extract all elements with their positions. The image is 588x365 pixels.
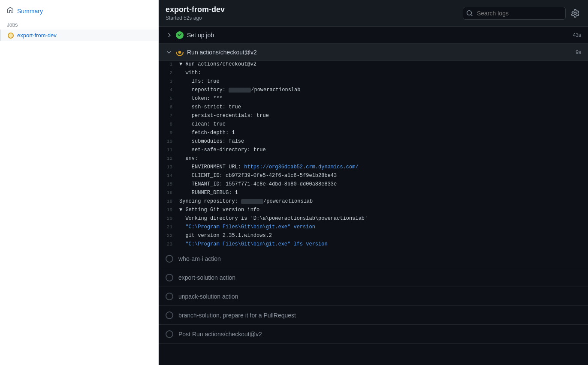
main-log-area: export-from-dev Started 52s ago [159, 0, 588, 365]
step-branch-solution[interactable]: branch-solution, prepare it for a PullRe… [159, 306, 588, 325]
log-line[interactable]: 1 ▼ Run actions/checkout@v2 [159, 61, 588, 69]
step-pending-icon [166, 293, 173, 300]
log-line[interactable]: 7 persist-credentials: true [159, 112, 588, 121]
log-line[interactable]: 19 ▼ Getting Git version info [159, 206, 588, 215]
step-pending-icon [166, 274, 173, 281]
search-icon [466, 10, 473, 17]
step-checkout-header[interactable]: Run actions/checkout@v2 9s [159, 44, 588, 61]
gear-icon [571, 9, 579, 18]
log-line[interactable]: 14 CLIENT_ID: db972f39-0fe5-42f6-a1c6-5f… [159, 172, 588, 181]
log-line[interactable]: 20 Working directory is 'D:\a\poweractio… [159, 215, 588, 224]
step-post-run-label: Post Run actions/checkout@v2 [178, 331, 262, 338]
step-branch-solution-label: branch-solution, prepare it for a PullRe… [178, 312, 296, 319]
search-wrapper [463, 7, 566, 20]
step-setup-job[interactable]: Set up job 43s [159, 27, 588, 44]
log-line[interactable]: 23 "C:\Program Files\Git\bin\git.exe" lf… [159, 241, 588, 249]
home-icon [7, 7, 14, 15]
env-url-link[interactable]: https://org36dcab52.crm.dynamics.com/ [244, 164, 358, 170]
step-post-run[interactable]: Post Run actions/checkout@v2 [159, 325, 588, 344]
job-status-spinner [8, 33, 14, 39]
log-line[interactable]: 21 "C:\Program Files\Git\bin\git.exe" ve… [159, 224, 588, 232]
job-name-label: export-from-dev [17, 32, 57, 39]
search-logs-input[interactable] [463, 7, 566, 20]
step-unpack-solution[interactable]: unpack-solution action [159, 287, 588, 306]
svg-point-1 [178, 51, 181, 54]
log-line[interactable]: 11 set-safe-directory: true [159, 147, 588, 155]
step-who-am-i[interactable]: who-am-i action [159, 249, 588, 268]
step-setup-job-time: 43s [573, 32, 581, 38]
log-line[interactable]: 8 clean: true [159, 121, 588, 129]
sidebar-job-item[interactable]: export-from-dev [0, 30, 158, 41]
step-export-solution-label: export-solution action [178, 274, 235, 281]
step-success-icon [176, 31, 184, 39]
log-header: export-from-dev Started 52s ago [159, 0, 588, 27]
settings-button[interactable] [569, 7, 581, 19]
log-line[interactable]: 5 token: *** [159, 95, 588, 104]
log-lines-container: 1 ▼ Run actions/checkout@v2 2 with: 3 lf… [159, 61, 588, 249]
log-line[interactable]: 13 ENVIRONMENT_URL: https://org36dcab52.… [159, 164, 588, 172]
chevron-right-icon [166, 32, 172, 39]
log-job-subtitle: Started 52s ago [166, 15, 225, 21]
step-setup-job-name: Set up job [187, 32, 570, 39]
log-line[interactable]: 10 submodules: false [159, 138, 588, 147]
step-checkout-name: Run actions/checkout@v2 [187, 49, 572, 56]
summary-label: Summary [17, 8, 43, 15]
log-line[interactable]: 3 lfs: true [159, 78, 588, 87]
log-line[interactable]: 9 fetch-depth: 1 [159, 129, 588, 138]
log-line[interactable]: 4 repository: ████████/poweractionslab [159, 87, 588, 95]
step-unpack-solution-label: unpack-solution action [178, 293, 238, 300]
log-content[interactable]: Set up job 43s Run actions/checkout@v2 9… [159, 27, 588, 365]
step-export-solution[interactable]: export-solution action [159, 268, 588, 287]
log-line[interactable]: 2 with: [159, 69, 588, 78]
step-checkout-time: 9s [576, 49, 581, 55]
step-pending-icon [166, 255, 173, 263]
log-line[interactable]: 16 RUNNER_DEBUG: 1 [159, 189, 588, 198]
log-job-title: export-from-dev [166, 5, 225, 14]
step-pending-icon [166, 330, 173, 338]
log-line[interactable]: 18 Syncing repository: ████████/poweract… [159, 198, 588, 206]
step-pending-icon [166, 311, 173, 319]
step-who-am-i-label: who-am-i action [178, 255, 221, 262]
log-line[interactable]: 15 TENANT_ID: 1557f771-4c8e-4dbd-8b80-dd… [159, 181, 588, 189]
log-line[interactable]: 12 env: [159, 155, 588, 164]
sidebar-summary-link[interactable]: Summary [0, 3, 158, 18]
chevron-down-icon [166, 49, 172, 56]
log-header-actions [463, 7, 581, 20]
log-title-area: export-from-dev Started 52s ago [166, 5, 225, 21]
log-line[interactable]: 22 git version 2.35.1.windows.2 [159, 232, 588, 241]
sidebar: Summary Jobs export-from-dev [0, 0, 159, 365]
log-line[interactable]: 6 ssh-strict: true [159, 104, 588, 112]
jobs-section-label: Jobs [0, 18, 158, 30]
step-running-icon [176, 48, 184, 56]
